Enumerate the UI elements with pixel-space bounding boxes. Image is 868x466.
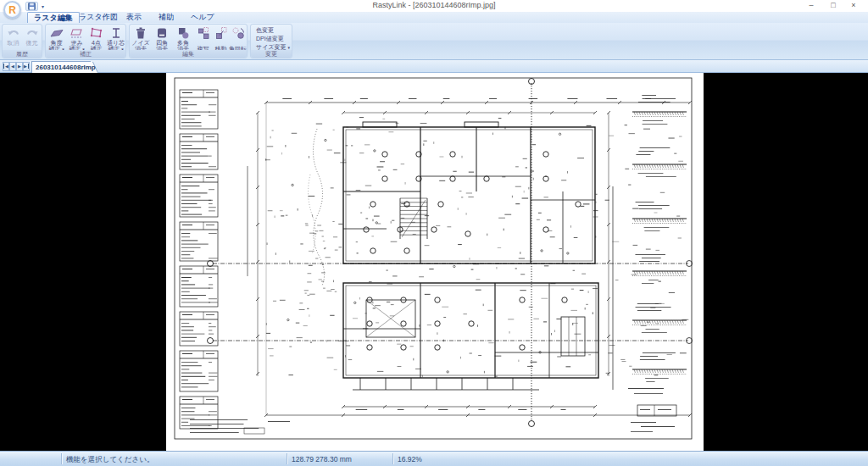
group-edit: ノイズ 消去 四角 消去 多角 消去 [129, 24, 248, 58]
ribbon: 取消 復元 履歴 角度 補正 ▾ [0, 23, 868, 60]
distortion-correct-button[interactable]: 歪み 補正 ▾ [67, 25, 86, 52]
gridline-correct-button[interactable]: 通り芯 補正 ▾ [105, 25, 126, 52]
application-menu-button[interactable]: R [3, 1, 21, 19]
group-label-change: 変更 [251, 50, 292, 58]
floorplan-drawing [166, 73, 704, 451]
maximize-button[interactable]: □ [824, 0, 843, 10]
trash-icon [134, 26, 147, 40]
group-label-correction: 補正 [46, 50, 125, 58]
group-label-edit: 編集 [130, 50, 247, 58]
status-message: 機能を選択してください。 [66, 455, 153, 465]
undo-button[interactable]: 取消 [4, 25, 22, 52]
canvas-viewport[interactable] [0, 73, 868, 451]
four-point-correct-icon [90, 26, 103, 40]
save-icon [28, 3, 36, 10]
redo-button[interactable]: 復元 [23, 25, 41, 52]
rect-erase-button[interactable]: 四角 消去 [152, 25, 172, 52]
application-window: RastyLink - [260310144608rImp.jpg] – □ ×… [0, 0, 868, 466]
rect-erase-icon [155, 26, 169, 40]
window-title: RastyLink - [260310144608rImp.jpg] [0, 1, 868, 9]
tab-raster-edit[interactable]: ラスタ編集 [27, 12, 80, 23]
cursor-coordinates: 128.79 278.30 mm [292, 455, 352, 463]
poly-erase-icon [176, 26, 190, 40]
four-point-correct-button[interactable]: 4点 補正 [87, 25, 105, 52]
tab-help[interactable]: ヘルプ [185, 12, 220, 23]
copy-icon [197, 26, 210, 40]
close-button[interactable]: × [844, 0, 863, 10]
status-separator [61, 453, 62, 464]
next-document-button[interactable]: ▶ [16, 62, 23, 71]
dpi-change-button[interactable]: DPI値変更 [253, 35, 291, 43]
first-document-button[interactable]: ◀ [3, 62, 9, 71]
undo-icon [7, 26, 20, 40]
tab-raster-draw[interactable]: ラスタ作図 [73, 12, 124, 23]
group-history: 取消 復元 履歴 [2, 24, 42, 58]
group-correction: 角度 補正 ▾ 歪み 補正 ▾ 4点 補正 [45, 24, 126, 58]
ribbon-tab-row: ラスタ編集 ラスタ作図 表示 補助 ヘルプ [0, 12, 868, 23]
save-button[interactable] [25, 2, 38, 11]
poly-erase-button[interactable]: 多角 消去 [173, 25, 193, 52]
group-label-history: 履歴 [3, 50, 42, 58]
rotate-icon [231, 26, 245, 40]
zoom-level: 16.92% [398, 455, 422, 463]
scanned-drawing-page [166, 73, 704, 451]
angle-correct-button[interactable]: 角度 補正 ▾ [47, 25, 66, 52]
gridline-correct-icon [109, 26, 123, 40]
color-change-button[interactable]: 色変更 [253, 26, 291, 35]
angle-correct-icon [50, 26, 64, 40]
tab-view[interactable]: 表示 [120, 12, 147, 23]
previous-document-button[interactable]: ◀ [9, 62, 16, 71]
title-bar: RastyLink - [260310144608rImp.jpg] – □ × [0, 0, 868, 12]
quick-access-toolbar: ▾ [25, 1, 44, 11]
last-document-button[interactable]: ▶ [23, 62, 30, 71]
group-change: 色変更 DPI値変更 サイズ変更 ▾ 変更 [250, 24, 292, 58]
document-tab[interactable]: 260310144608rImp [31, 61, 91, 73]
rotate-button[interactable]: 角回転 [228, 25, 248, 52]
copy-button[interactable]: 複写 [194, 25, 212, 52]
document-tab-strip: ◀ ◀ ▶ ▶ 260310144608rImp [0, 60, 868, 73]
status-bar: 機能を選択してください。 128.79 278.30 mm 16.92% [0, 451, 868, 466]
status-separator [287, 453, 287, 464]
minimize-button[interactable]: – [802, 0, 821, 10]
distortion-correct-icon [70, 26, 84, 40]
status-separator [392, 453, 393, 464]
move-icon [214, 26, 228, 40]
redo-icon [25, 26, 39, 40]
move-button[interactable]: 移動 [213, 25, 229, 52]
tab-assist[interactable]: 補助 [153, 12, 180, 23]
quick-access-dropdown[interactable]: ▾ [42, 3, 44, 9]
noise-erase-button[interactable]: ノイズ 消去 [131, 25, 151, 52]
